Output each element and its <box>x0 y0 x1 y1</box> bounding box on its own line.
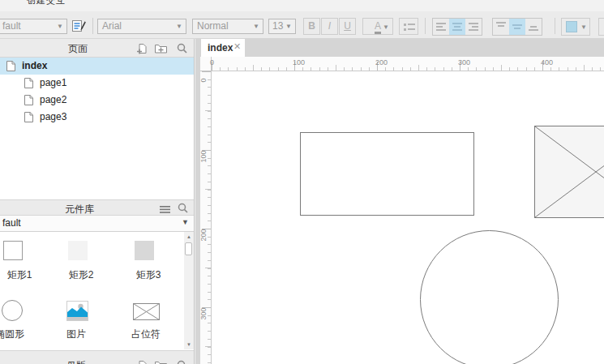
font-size-dropdown[interactable]: 13 ▼ <box>268 19 296 34</box>
fill-color-swatch <box>566 21 577 32</box>
chevron-down-icon: ▼ <box>182 218 189 226</box>
edit-style-icon[interactable] <box>71 19 87 36</box>
v-ruler-label: 200 <box>199 225 208 245</box>
library-select-dropdown[interactable]: fault ▼ <box>0 216 194 232</box>
underline-button[interactable]: U <box>339 18 356 35</box>
left-panel: 页面 index page1 page2 page3 <box>0 39 195 364</box>
add-page-icon[interactable] <box>136 43 148 57</box>
font-style-dropdown[interactable]: Normal ▼ <box>192 19 263 34</box>
toolbar-divider <box>555 18 555 34</box>
chevron-down-icon: ▼ <box>383 19 389 35</box>
bullet-list-button[interactable] <box>399 18 418 35</box>
canvas-shapes[interactable] <box>212 71 604 364</box>
add-folder-icon[interactable] <box>155 361 167 364</box>
bold-button[interactable]: B <box>303 18 320 35</box>
chevron-down-icon: ▼ <box>253 19 259 33</box>
chevron-down-icon: ▼ <box>57 19 63 33</box>
page-icon <box>6 61 15 74</box>
text-align-group <box>432 18 482 36</box>
widget-image-icon[interactable] <box>66 301 88 323</box>
canvas-shape-rectangle[interactable] <box>300 132 474 216</box>
page-tree-item-page1[interactable]: page1 <box>0 75 194 92</box>
page-icon <box>24 112 33 125</box>
widget-label-image: 图片 <box>48 328 105 341</box>
canvas-region: index ✕ 0 100 200 300 400 0 100 200 300 <box>195 38 604 364</box>
font-color-button[interactable]: A ▼ <box>362 18 393 35</box>
fill-color-button[interactable]: ▼ <box>561 18 590 36</box>
toolbar-divider <box>92 18 93 34</box>
canvas-shape-ellipse[interactable] <box>420 230 559 364</box>
toolbar-button-partial[interactable] <box>598 18 604 36</box>
chevron-down-icon: ▼ <box>285 19 292 33</box>
widget-label-ellipse: 椭圆形 <box>0 328 38 341</box>
align-bottom-icon[interactable] <box>525 19 542 35</box>
scrollbar-thumb[interactable] <box>185 242 192 255</box>
page-tree-item-page2[interactable]: page2 <box>0 92 194 109</box>
widget-rect2-icon[interactable] <box>68 241 88 260</box>
add-folder-icon[interactable] <box>155 44 167 56</box>
canvas-shape-placeholder[interactable] <box>534 126 604 218</box>
widget-rect3-icon[interactable] <box>135 241 154 260</box>
align-right-icon[interactable] <box>465 19 482 35</box>
widget-placeholder-icon[interactable] <box>133 303 160 323</box>
widget-style-dropdown[interactable]: fault ▼ <box>0 19 67 34</box>
menu-icon[interactable] <box>160 204 170 216</box>
h-ruler-label: 0 <box>210 58 214 66</box>
font-family-dropdown[interactable]: Arial ▼ <box>97 19 186 34</box>
widget-ellipse-icon[interactable] <box>2 300 23 321</box>
widget-label-placeholder: 占位符 <box>118 328 174 341</box>
align-middle-icon[interactable] <box>509 19 525 35</box>
close-icon[interactable]: ✕ <box>233 41 241 52</box>
masters-panel-header: 母版 <box>0 350 194 364</box>
add-page-icon[interactable] <box>136 360 148 364</box>
v-ruler-label: 100 <box>199 147 208 166</box>
top-strip: 创建交互 <box>0 0 604 11</box>
v-ruler-label: 300 <box>199 304 208 323</box>
h-ruler-label: 100 <box>293 58 305 66</box>
widget-label-rect2: 矩形2 <box>53 268 109 282</box>
page-icon <box>24 78 33 91</box>
scroll-up-icon[interactable]: ▲ <box>184 234 194 239</box>
h-ruler-label: 200 <box>375 58 388 66</box>
vertical-ruler: 0 100 200 300 <box>200 71 212 364</box>
chevron-down-icon: ▼ <box>176 19 182 33</box>
search-icon[interactable] <box>177 360 187 364</box>
vertical-align-group <box>492 18 542 36</box>
h-ruler-label: 400 <box>541 58 553 66</box>
search-icon[interactable] <box>178 203 188 216</box>
tab-index[interactable]: index ✕ <box>201 39 245 57</box>
library-panel-header: 元件库 <box>0 199 194 216</box>
library-scrollbar[interactable]: ▲ ▼ <box>184 232 194 349</box>
format-toolbar: fault ▼ Arial ▼ Normal ▼ 13 ▼ B I U A ▼ <box>0 11 604 39</box>
v-ruler-label: 0 <box>199 71 208 90</box>
widget-grid: 矩形1 矩形2 矩形3 椭圆形 图片 占位符 ▲ ▼ <box>0 232 194 349</box>
page-tree-item-index[interactable]: index <box>0 58 194 75</box>
masters-panel-title: 母版 <box>66 359 86 364</box>
pages-panel-header: 页面 <box>0 39 194 58</box>
align-top-icon[interactable] <box>493 19 509 35</box>
clipped-menu-text: 创建交互 <box>27 0 66 6</box>
widget-label-rect1: 矩形1 <box>0 268 48 282</box>
align-center-icon[interactable] <box>449 19 465 35</box>
widget-rect1-icon[interactable] <box>3 241 23 260</box>
search-icon[interactable] <box>177 43 187 56</box>
canvas-tab-bar: index ✕ <box>195 38 604 57</box>
widget-label-rect3: 矩形3 <box>120 268 177 282</box>
chevron-down-icon: ▼ <box>580 19 587 35</box>
pages-panel-title: 页面 <box>68 42 88 56</box>
horizontal-ruler: 0 100 200 300 400 <box>212 57 604 71</box>
page-tree-item-page3[interactable]: page3 <box>0 109 194 126</box>
library-panel-title: 元件库 <box>65 203 94 216</box>
toolbar-divider <box>425 18 426 34</box>
scroll-down-icon[interactable]: ▼ <box>184 342 194 347</box>
page-icon <box>24 95 33 108</box>
h-ruler-label: 300 <box>458 58 470 66</box>
italic-button[interactable]: I <box>321 18 338 35</box>
align-left-icon[interactable] <box>433 19 449 35</box>
